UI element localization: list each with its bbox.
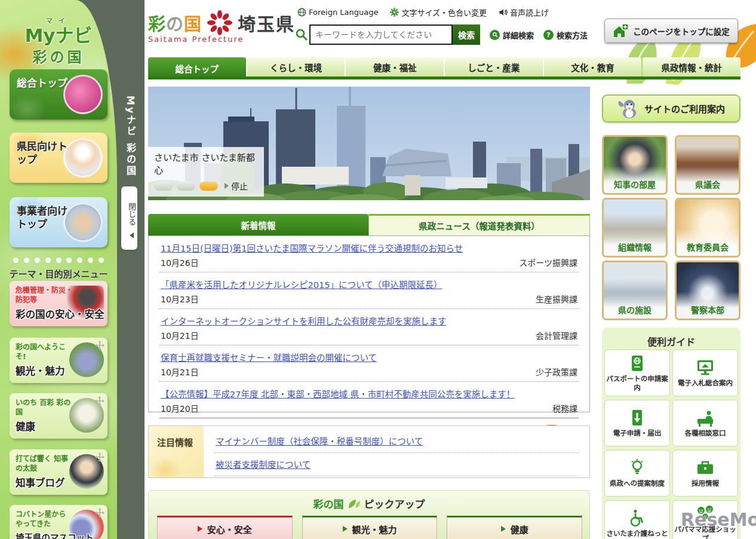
slideshow-page-3-active[interactable] bbox=[199, 182, 218, 191]
featured-info-box: 注目情報 マイナンバー制度（社会保障・税番号制度）について 被災者支援制度につい… bbox=[148, 425, 590, 478]
theme-card-governor-blog[interactable]: 打てば響く 知事の太鼓 知事ブログ bbox=[10, 449, 107, 495]
move-handle-icon[interactable] bbox=[95, 341, 105, 350]
guide-card-passport[interactable]: パスポートの申請案内 bbox=[604, 350, 670, 396]
nav-tab-culture-education[interactable]: 文化・教育 bbox=[544, 57, 642, 76]
sidebar-button-business-top[interactable]: 事業者向けトップ bbox=[10, 197, 107, 247]
globe-icon bbox=[297, 8, 306, 17]
news-link[interactable]: インターネットオークションサイトを利用した公有財産売却を実施します bbox=[161, 317, 447, 326]
news-date: 10月20日 bbox=[161, 402, 199, 414]
pickup-tab-safety[interactable]: 安心・安全 bbox=[157, 516, 293, 539]
theme-card-health[interactable]: いのち 百彩 彩の国 健康 bbox=[10, 393, 107, 439]
watermark-text: ReseMom. bbox=[681, 509, 756, 530]
sidebar-button-residents-top[interactable]: 県民向けトップ bbox=[10, 133, 107, 183]
featured-link-mynumber[interactable]: マイナンバー制度（社会保障・税番号制度）について bbox=[216, 437, 423, 446]
tab-new-information[interactable]: 新着情報 bbox=[148, 214, 368, 235]
theme-card-tourism[interactable]: 彩の国へようこそ! 観光・魅力 bbox=[10, 338, 107, 383]
guide-card-proposal[interactable]: 県政への提案制度 bbox=[604, 450, 670, 497]
search-input[interactable] bbox=[309, 24, 453, 45]
news-date: 10月21日 bbox=[161, 366, 199, 378]
search-button[interactable]: 検索 bbox=[453, 24, 480, 45]
slideshow-stop-button[interactable]: 停止 bbox=[225, 180, 248, 192]
guide-card-label: 県政への提案制度 bbox=[610, 479, 665, 488]
slideshow-page-1[interactable] bbox=[154, 182, 173, 191]
nav-tab-info-statistics[interactable]: 県政情報・統計 bbox=[643, 57, 740, 76]
advanced-search-label: 詳細検索 bbox=[503, 29, 534, 41]
tile-police-headquarters[interactable]: 警察本部 bbox=[675, 261, 740, 320]
passport-icon bbox=[628, 354, 647, 373]
pickup-tab-tourism[interactable]: 観光・魅力 bbox=[302, 516, 438, 539]
site-search: 検索 詳細検索 ? 検索方法 bbox=[295, 24, 588, 45]
health-label: 健康 bbox=[16, 419, 102, 433]
pickup-tab-health[interactable]: 健康 bbox=[447, 516, 582, 539]
sidebar-close-button[interactable]: 閉じる bbox=[121, 186, 137, 250]
briefcase-icon bbox=[695, 458, 715, 477]
news-department: 会計管理課 bbox=[536, 329, 577, 341]
theme-card-mascot[interactable]: コバトン星から やってきた 埼玉県のマスコット bbox=[10, 505, 107, 539]
advanced-search-icon bbox=[490, 30, 500, 40]
news-link[interactable]: 保育士再就職支援セミナー・就職説明会の開催について bbox=[161, 353, 377, 363]
search-help-link[interactable]: ? 検索方法 bbox=[543, 29, 588, 41]
move-handle-icon[interactable] bbox=[95, 508, 105, 517]
guide-card-e-bidding[interactable]: 電子入札総合案内 bbox=[672, 350, 738, 396]
pickup-heading: 彩の国 ピックアップ bbox=[149, 491, 589, 511]
foreign-language-link[interactable]: Foreign Language bbox=[297, 8, 378, 17]
nav-tab-work-industry[interactable]: しごと・産業 bbox=[445, 57, 543, 76]
speech-readout-link[interactable]: 音声読上げ bbox=[499, 7, 549, 18]
mascot-tagline: コバトン星から やってきた bbox=[16, 510, 73, 529]
tile-label: 県の施設 bbox=[604, 292, 666, 318]
tile-prefectural-facilities[interactable]: 県の施設 bbox=[602, 261, 668, 320]
tile-organization-info[interactable]: 組織情報 bbox=[602, 198, 668, 258]
text-size-color-link[interactable]: 文字サイズ・色合い変更 bbox=[390, 7, 487, 18]
advanced-search-link[interactable]: 詳細検索 bbox=[490, 29, 534, 41]
text-size-color-label: 文字サイズ・色合い変更 bbox=[401, 7, 487, 18]
tile-governors-room[interactable]: 知事の部屋 bbox=[602, 135, 668, 195]
arrow-right-icon bbox=[501, 526, 506, 532]
pickup-tab-health-label: 健康 bbox=[511, 523, 528, 535]
tile-board-of-education[interactable]: 教育委員会 bbox=[675, 198, 740, 258]
consultation-desk-icon bbox=[695, 408, 715, 427]
theme-menu-heading: テーマ・目的別メニュー bbox=[0, 267, 117, 280]
news-tabs: 新着情報 県政ニュース（報道発表資料） bbox=[148, 214, 590, 235]
news-department: スポーツ振興課 bbox=[519, 256, 577, 268]
sidebar-button-general-top[interactable]: 総合トップ bbox=[10, 69, 107, 120]
speech-readout-label: 音声読上げ bbox=[510, 7, 549, 18]
safety-label: 彩の国の安心・安全 bbox=[16, 307, 102, 321]
hero-slideshow: さいたま市 さいたま新都心 停止 bbox=[148, 87, 590, 200]
tile-prefectural-assembly[interactable]: 県議会 bbox=[675, 135, 740, 195]
pickup-tab-tourism-label: 観光・魅力 bbox=[352, 523, 397, 535]
home-plus-icon bbox=[613, 24, 628, 38]
pickup-section: 彩の国 ピックアップ 安心・安全 観光・魅力 健康 bbox=[148, 490, 590, 539]
guide-card-e-application[interactable]: 電子申請・届出 bbox=[604, 400, 670, 446]
guide-card-label: 各種相談窓口 bbox=[685, 429, 726, 438]
nav-tab-living-environment[interactable]: くらし・環境 bbox=[247, 57, 345, 76]
theme-card-safety[interactable]: 危機管理・防災・防犯等 彩の国の安心・安全 bbox=[10, 281, 107, 326]
featured-info-label: 注目情報 bbox=[149, 426, 204, 477]
news-link[interactable]: 「県産米を活用したオリジナルレシピ2015」について（申込期限延長） bbox=[161, 280, 442, 290]
nav-tab-health-welfare[interactable]: 健康・福祉 bbox=[346, 57, 444, 76]
move-handle-icon[interactable] bbox=[95, 396, 105, 406]
guide-card-consultation[interactable]: 各種相談窓口 bbox=[672, 400, 738, 446]
move-handle-icon[interactable] bbox=[95, 452, 105, 462]
brand-text: 彩の国 bbox=[148, 10, 202, 35]
news-link[interactable]: 【公売情報】平成27年度 北部・東部・西部地域 県・市町村不動産共同公売を実施し… bbox=[161, 390, 515, 399]
set-as-top-page-label: このページをトップに設定 bbox=[633, 25, 730, 37]
news-department: 少子政策課 bbox=[536, 366, 577, 378]
tourism-tagline: 彩の国へようこそ! bbox=[16, 343, 73, 362]
featured-link-disaster-support[interactable]: 被災者支援制度について bbox=[216, 460, 311, 470]
arrow-right-icon bbox=[198, 526, 202, 532]
news-link[interactable]: 11月15日(日曜日)第1回さいたま国際マラソン開催に伴う交通規制のお知らせ bbox=[161, 244, 463, 253]
tile-label: 組織情報 bbox=[604, 229, 666, 256]
mynavi-title-line2: 彩の国 bbox=[0, 45, 117, 66]
saitama-pref-homepage: マイ Myナビ 彩の国 総合トップ 県民向けトップ 事業者向けトップ テーマ・目… bbox=[0, 0, 756, 539]
set-as-top-page-button[interactable]: このページをトップに設定 bbox=[604, 19, 738, 43]
guide-card-recruitment[interactable]: 採用情報 bbox=[672, 450, 738, 497]
news-item: 「県産米を活用したオリジナルレシピ2015」について（申込期限延長） 10月23… bbox=[159, 272, 579, 309]
site-logo[interactable]: 彩の国 埼玉県 bbox=[148, 10, 295, 36]
hero-caption-box: さいたま市 さいたま新都心 停止 bbox=[148, 147, 264, 197]
tab-prefecture-news[interactable]: 県政ニュース（報道発表資料） bbox=[368, 214, 590, 235]
slideshow-page-2[interactable] bbox=[177, 182, 195, 191]
site-guide-button[interactable]: サイトのご利用案内 bbox=[602, 94, 740, 122]
gear-icon bbox=[390, 8, 399, 17]
guide-card-care-net[interactable]: さいたま介護ねっと bbox=[604, 500, 670, 539]
tile-label: 知事の部屋 bbox=[604, 166, 666, 193]
